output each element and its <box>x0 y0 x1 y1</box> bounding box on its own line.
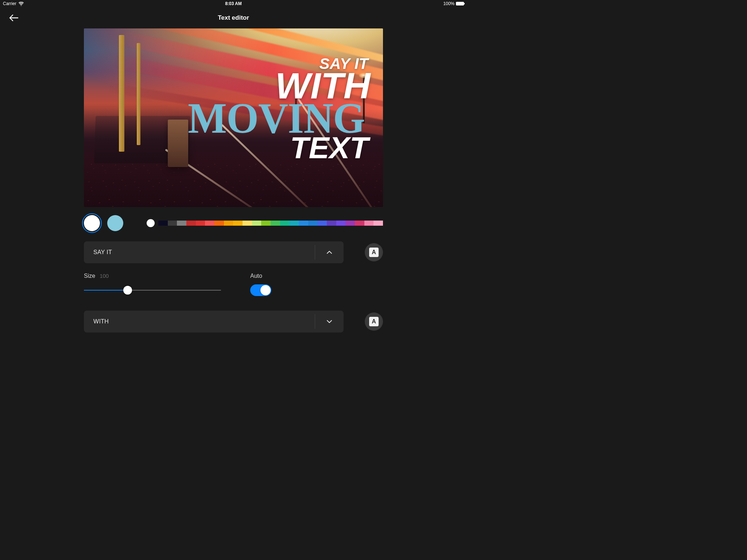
palette-color[interactable] <box>214 221 224 226</box>
palette-color[interactable] <box>261 221 271 226</box>
preview-text-overlay: SAY IT WITH MOVING TEXT <box>184 57 368 162</box>
text-row-with[interactable]: WITH <box>84 311 344 332</box>
palette-color[interactable] <box>345 221 355 226</box>
palette-color[interactable] <box>327 221 336 226</box>
palette-color[interactable] <box>271 221 280 226</box>
palette-handle[interactable] <box>147 219 155 227</box>
header: Text editor <box>0 7 467 28</box>
arrow-left-icon <box>9 14 19 22</box>
palette-color[interactable] <box>205 221 214 226</box>
palette-color[interactable] <box>374 221 383 226</box>
size-value: 100 <box>100 273 109 279</box>
palette-color[interactable] <box>308 221 318 226</box>
palette-color[interactable] <box>364 221 374 226</box>
preview-canvas[interactable]: SAY IT WITH MOVING TEXT <box>84 28 383 207</box>
size-slider[interactable] <box>84 286 221 295</box>
palette-color[interactable] <box>289 221 299 226</box>
palette-color[interactable] <box>196 221 205 226</box>
font-style-button[interactable]: A <box>365 312 383 331</box>
size-label: Size <box>84 273 95 279</box>
text-row-label: SAY IT <box>84 249 112 256</box>
expand-toggle[interactable] <box>315 311 344 332</box>
palette-color[interactable] <box>252 221 262 226</box>
page-title: Text editor <box>218 14 249 22</box>
font-glyph-icon: A <box>369 317 379 326</box>
palette-color[interactable] <box>280 221 290 226</box>
chevron-down-icon <box>326 320 332 323</box>
preview-line-3: MOVING <box>188 99 365 139</box>
color-swatch-row <box>84 215 383 231</box>
palette-color[interactable] <box>158 221 168 226</box>
text-row-label: WITH <box>84 318 109 325</box>
palette-color[interactable] <box>233 221 243 226</box>
auto-label: Auto <box>250 273 271 279</box>
auto-toggle[interactable] <box>250 284 271 296</box>
palette-color[interactable] <box>168 221 177 226</box>
back-button[interactable] <box>8 12 20 24</box>
swatch-secondary[interactable] <box>107 215 123 231</box>
battery-label: 100% <box>443 1 454 6</box>
palette-color[interactable] <box>177 221 186 226</box>
palette-color[interactable] <box>317 221 327 226</box>
font-style-button[interactable]: A <box>365 243 383 261</box>
slider-handle[interactable] <box>123 286 132 295</box>
palette-color[interactable] <box>243 221 252 226</box>
chevron-up-icon <box>326 250 332 254</box>
palette-color[interactable] <box>336 221 346 226</box>
palette-color[interactable] <box>186 221 196 226</box>
battery-icon <box>456 2 464 5</box>
font-glyph-icon: A <box>369 248 379 257</box>
status-bar: Carrier 8:03 AM 100% <box>0 0 467 7</box>
palette-color[interactable] <box>224 221 233 226</box>
carrier-label: Carrier <box>3 1 16 6</box>
wifi-icon <box>19 2 24 6</box>
expand-toggle[interactable] <box>315 241 344 263</box>
color-palette[interactable] <box>158 221 383 226</box>
clock-label: 8:03 AM <box>225 1 242 6</box>
palette-color[interactable] <box>355 221 364 226</box>
toggle-knob <box>260 285 271 295</box>
text-row-say-it[interactable]: SAY IT <box>84 241 344 263</box>
swatch-primary[interactable] <box>84 215 100 231</box>
palette-color[interactable] <box>299 221 308 226</box>
